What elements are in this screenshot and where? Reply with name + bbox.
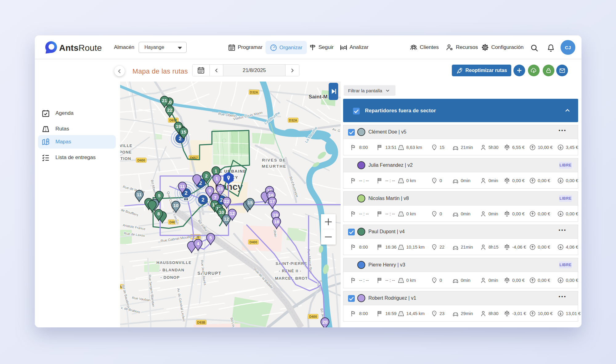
- svg-text:1: 1: [215, 168, 217, 174]
- svg-text:D400: D400: [137, 158, 145, 162]
- svg-text:18: 18: [274, 219, 279, 224]
- svg-text:D32A: D32A: [250, 90, 258, 94]
- svg-text:TION: TION: [120, 156, 131, 161]
- svg-text:- BLANDAN: - BLANDAN: [159, 268, 184, 272]
- svg-text:2: 2: [205, 173, 208, 178]
- svg-text:D32A: D32A: [289, 118, 297, 122]
- svg-text:7: 7: [214, 195, 217, 200]
- svg-text:23: 23: [218, 186, 223, 191]
- svg-text:4: 4: [197, 241, 200, 246]
- svg-text:8: 8: [157, 211, 160, 216]
- svg-text:É URBAINE: É URBAINE: [219, 169, 246, 174]
- svg-text:17: 17: [270, 199, 275, 204]
- svg-text:- RENÉ II -: - RENÉ II -: [279, 269, 302, 273]
- svg-text:19: 19: [273, 212, 278, 218]
- svg-text:2: 2: [184, 190, 187, 196]
- svg-text:PONE: PONE: [120, 150, 132, 154]
- svg-text:1: 1: [216, 176, 218, 181]
- svg-text:12: 12: [230, 211, 235, 216]
- svg-text:D400: D400: [249, 240, 257, 244]
- svg-text:VILLE: VILLE: [120, 143, 132, 148]
- svg-text:19: 19: [176, 124, 181, 129]
- svg-text:15: 15: [181, 129, 186, 134]
- svg-text:RIVES DE: RIVES DE: [262, 158, 286, 162]
- svg-text:D93B: D93B: [197, 321, 205, 324]
- svg-text:HAUSSONVILLE: HAUSSONVILLE: [156, 260, 192, 265]
- svg-text:Saint-M: Saint-M: [309, 94, 327, 100]
- svg-text:D400: D400: [309, 315, 317, 318]
- svg-text:11: 11: [180, 184, 185, 189]
- svg-text:5: 5: [209, 235, 212, 240]
- svg-text:9: 9: [209, 188, 211, 193]
- svg-text:22: 22: [224, 199, 229, 204]
- svg-text:MEURTHE: MEURTHE: [262, 164, 287, 169]
- svg-text:- DONOP: - DONOP: [160, 275, 180, 280]
- svg-text:5: 5: [158, 193, 160, 198]
- svg-text:15: 15: [248, 200, 253, 205]
- svg-text:21: 21: [162, 98, 167, 103]
- svg-text:20: 20: [322, 319, 328, 325]
- svg-text:2: 2: [201, 197, 204, 203]
- svg-text:22: 22: [167, 107, 172, 113]
- svg-text:11: 11: [137, 192, 142, 197]
- svg-text:SAURUPT: SAURUPT: [197, 271, 221, 276]
- svg-text:10: 10: [219, 210, 224, 215]
- svg-text:10: 10: [173, 203, 179, 208]
- svg-text:12: 12: [224, 216, 229, 222]
